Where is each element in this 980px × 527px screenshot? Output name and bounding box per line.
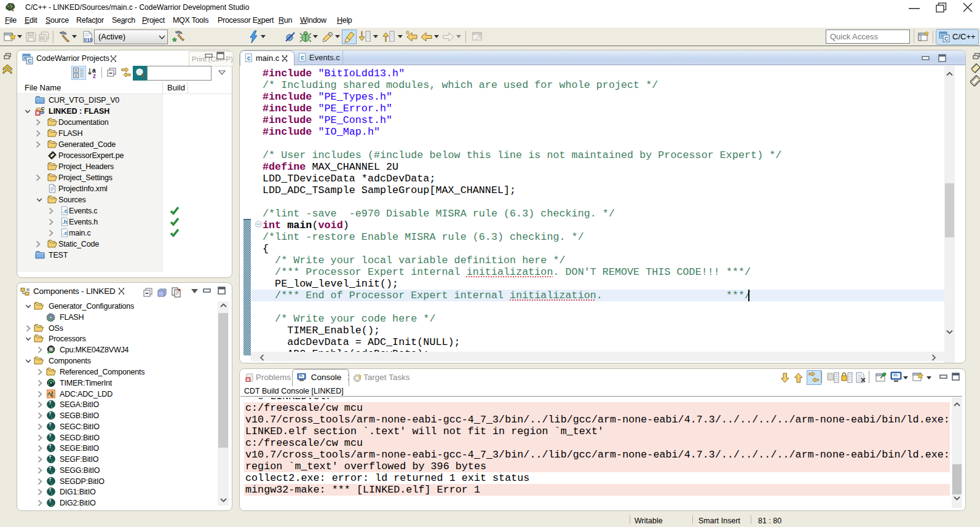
svg-text:C: C xyxy=(28,58,32,64)
svg-text:z: z xyxy=(93,73,96,79)
svg-text:010: 010 xyxy=(84,37,93,43)
svg-text:C: C xyxy=(944,36,949,42)
